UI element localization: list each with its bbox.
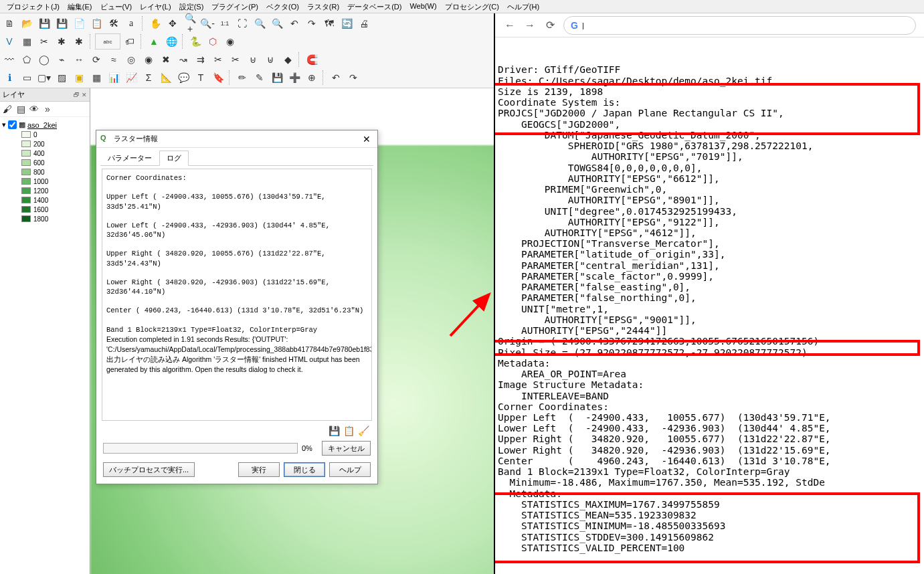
open-table-icon[interactable]: ▦ — [88, 70, 104, 86]
close-icon[interactable]: ✕ — [360, 134, 373, 145]
mesh-icon[interactable]: ⬡ — [205, 33, 221, 50]
menu-raster[interactable]: ラスタ(R) — [303, 0, 343, 13]
zoom-1to1-icon[interactable]: 1:1 — [217, 15, 233, 31]
edit-reshape-icon[interactable]: ↝ — [175, 52, 191, 68]
edit-splitpart-icon[interactable]: ✂ — [227, 52, 244, 68]
menu-project[interactable]: プロジェクト(J) — [3, 0, 64, 13]
batch-process-button[interactable]: バッチプロセスで実行... — [103, 462, 195, 477]
zoom-full-icon[interactable]: ⛶ — [234, 15, 250, 31]
close-button[interactable]: 閉じる — [284, 462, 325, 477]
stats-icon[interactable]: 📈 — [123, 70, 139, 86]
back-icon[interactable]: ← — [503, 19, 517, 31]
layer-visibility-checkbox[interactable] — [8, 120, 17, 129]
edit-merge-icon[interactable]: ⊍ — [245, 52, 261, 68]
layer-filter-icon[interactable]: ▤ — [15, 103, 27, 115]
scissors-icon[interactable]: ✂ — [36, 33, 52, 50]
edit-nodetool-icon[interactable]: ◆ — [280, 52, 296, 68]
dialog-titlebar[interactable]: Q ラスター情報 ✕ — [96, 130, 377, 148]
measure-icon[interactable]: 📐 — [158, 70, 174, 86]
plugin-2-icon[interactable]: 🌐 — [163, 33, 179, 50]
undo-icon[interactable]: ↶ — [328, 70, 344, 86]
help-button[interactable]: ヘルプ — [329, 462, 371, 477]
save-edits-icon[interactable]: 💾 — [269, 70, 285, 86]
node-add-icon[interactable]: ✱ — [54, 33, 70, 50]
layer-visibility-icon[interactable]: 👁 — [28, 103, 40, 115]
layer-style-icon[interactable]: 🖌 — [1, 103, 13, 115]
refresh-icon[interactable]: 🔄 — [339, 15, 355, 31]
new-map-view-icon[interactable]: 🗺 — [321, 15, 337, 31]
edit-simplify-icon[interactable]: ≈ — [106, 52, 122, 68]
pencil-icon[interactable]: ✏ — [234, 70, 250, 86]
expand-icon[interactable]: ▾ — [2, 120, 6, 129]
menu-view[interactable]: ビュー(V) — [96, 0, 136, 13]
digitize-trace-icon[interactable]: ⌁ — [54, 52, 70, 68]
deselect-icon[interactable]: ▨ — [54, 70, 70, 86]
menu-database[interactable]: データベース(D) — [343, 0, 405, 13]
digitize-poly-icon[interactable]: ⬠ — [19, 52, 35, 68]
edit-delpart-icon[interactable]: ✖ — [158, 52, 174, 68]
font-icon[interactable]: a — [123, 15, 139, 31]
menu-plugins[interactable]: プラグイン(P) — [207, 0, 262, 13]
select-expr-icon[interactable]: ▣ — [71, 70, 87, 86]
zoom-out-icon[interactable]: 🔍- — [199, 15, 215, 31]
add-feature-icon[interactable]: ➕ — [286, 70, 302, 86]
edit-fillring-icon[interactable]: ◉ — [141, 52, 157, 68]
reload-icon[interactable]: ⟳ — [543, 19, 557, 31]
edit-rotate-icon[interactable]: ⟳ — [88, 52, 104, 68]
tab-log[interactable]: ログ — [159, 151, 189, 166]
sigma-icon[interactable]: Σ — [141, 70, 157, 86]
address-bar[interactable]: G | — [563, 16, 916, 35]
cancel-button[interactable]: キャンセル — [322, 441, 371, 456]
edit-split-icon[interactable]: ✂ — [210, 52, 226, 68]
add-vector-icon[interactable]: V — [1, 33, 17, 50]
digitize-ring-icon[interactable]: ◯ — [36, 52, 52, 68]
menu-vector[interactable]: ベクタ(O) — [262, 0, 303, 13]
menu-settings[interactable]: 設定(S) — [175, 0, 208, 13]
label-settings-icon[interactable]: 🏷 — [122, 33, 138, 50]
menu-web[interactable]: Web(W) — [405, 0, 440, 13]
tab-parameters[interactable]: パラメーター — [100, 151, 159, 165]
print-icon[interactable]: 🖨 — [356, 15, 372, 31]
edits-toggle-icon[interactable]: ✎ — [252, 70, 268, 86]
clear-log-icon[interactable]: 🧹 — [357, 425, 369, 437]
snapping-icon[interactable]: 🧲 — [304, 52, 320, 68]
save-icon[interactable]: 💾 — [36, 15, 52, 31]
menu-processing[interactable]: プロセシング(C) — [441, 0, 503, 13]
zoom-next-icon[interactable]: ↷ — [304, 15, 320, 31]
forward-icon[interactable]: → — [523, 19, 537, 31]
pan-to-selection-icon[interactable]: ✥ — [165, 15, 181, 31]
copy-log-icon[interactable]: 📋 — [343, 425, 355, 437]
run-button[interactable]: 実行 — [238, 462, 280, 477]
save-as-icon[interactable]: 💾 — [54, 15, 70, 31]
abc-label-icon[interactable]: abc — [95, 33, 120, 50]
style-manager-icon[interactable]: 🛠 — [106, 15, 122, 31]
edit-addring-icon[interactable]: ◎ — [123, 52, 139, 68]
zoom-in-icon[interactable]: 🔍+ — [182, 15, 198, 31]
edit-mergeattr-icon[interactable]: ⊎ — [262, 52, 278, 68]
annotation-icon[interactable]: T — [193, 70, 209, 86]
layer-expand-icon[interactable]: » — [41, 103, 54, 115]
select-icon[interactable]: ▭ — [19, 70, 35, 86]
new-project-icon[interactable]: 🗎 — [1, 15, 17, 31]
cad-icon[interactable]: ⊕ — [304, 70, 320, 86]
zoom-layer-icon[interactable]: 🔍 — [269, 15, 285, 31]
zoom-last-icon[interactable]: ↶ — [286, 15, 302, 31]
log-output[interactable]: Corner Coordinates: Upper Left ( -24900.… — [102, 169, 372, 421]
menu-edit[interactable]: 編集(E) — [64, 0, 96, 13]
edit-move-icon[interactable]: ↔ — [71, 52, 87, 68]
redo-icon[interactable]: ↷ — [345, 70, 361, 86]
node-remove-icon[interactable]: ✱ — [71, 33, 87, 50]
add-raster-icon[interactable]: ▦ — [19, 33, 35, 50]
open-project-icon[interactable]: 📂 — [19, 15, 35, 31]
layout-manager-icon[interactable]: 📋 — [88, 15, 104, 31]
maptips-icon[interactable]: 💬 — [175, 70, 191, 86]
field-calc-icon[interactable]: 📊 — [106, 70, 122, 86]
plugin-1-icon[interactable]: ▲ — [146, 33, 162, 50]
bookmarks-icon[interactable]: 🔖 — [210, 70, 226, 86]
select-more-icon[interactable]: ▢▾ — [36, 70, 52, 86]
edit-offset-icon[interactable]: ⇉ — [193, 52, 209, 68]
save-log-icon[interactable]: 💾 — [328, 425, 340, 437]
pan-icon[interactable]: ✋ — [147, 15, 163, 31]
python-console-icon[interactable]: 🐍 — [187, 33, 203, 50]
zoom-selection-icon[interactable]: 🔍 — [252, 15, 268, 31]
